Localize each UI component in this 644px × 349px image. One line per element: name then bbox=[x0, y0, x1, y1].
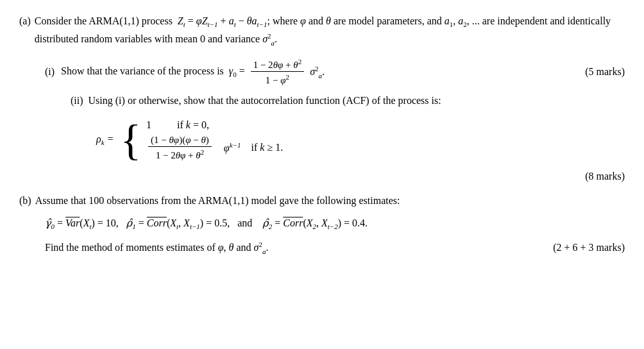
piecewise-lhs: ρk = bbox=[96, 133, 114, 146]
part-a-label: (a) bbox=[19, 13, 31, 30]
case2-numerator: (1 − θφ)(φ − θ) bbox=[148, 135, 212, 147]
marks-ii: (8 marks) bbox=[585, 171, 625, 182]
piecewise-cases: 1 if k = 0, (1 − θφ)(φ − θ) 1 − 2θφ + θ2… bbox=[146, 119, 283, 161]
piecewise-case1: 1 if k = 0, bbox=[146, 119, 283, 131]
part-b-text: Assume that 100 observations from the AR… bbox=[35, 195, 400, 207]
marks-ii-row: (8 marks) bbox=[45, 171, 625, 182]
part-b-header: (b) Assume that 100 observations from th… bbox=[19, 195, 625, 207]
piecewise-container: ρk = { 1 if k = 0, (1 − θφ)(φ − θ) 1 − 2… bbox=[96, 118, 625, 162]
case2-power: φk−1 bbox=[224, 141, 241, 154]
part-b-section: (b) Assume that 100 observations from th… bbox=[19, 195, 625, 255]
variance-denominator: 1 − φ2 bbox=[263, 72, 292, 86]
part-b-label: (b) bbox=[19, 195, 31, 207]
sub-i-row: (i) Show that the variance of the proces… bbox=[45, 58, 625, 86]
page: (a) Consider the ARMA(1,1) process Zt = … bbox=[19, 13, 625, 255]
marks-b: (2 + 6 + 3 marks) bbox=[553, 242, 625, 253]
case2-fraction: (1 − θφ)(φ − θ) 1 − 2θφ + θ2 bbox=[148, 135, 212, 161]
sub-ii-label-row: (ii) Using (i) or otherwise, show that t… bbox=[71, 92, 625, 109]
part-a-section: (a) Consider the ARMA(1,1) process Zt = … bbox=[19, 13, 625, 182]
sub-i-formula-line: (i) Show that the variance of the proces… bbox=[45, 58, 585, 86]
case2-denominator: 1 − 2θφ + θ2 bbox=[153, 147, 207, 161]
sub-i-text: Show that the variance of the process is… bbox=[58, 65, 245, 78]
marks-i: (5 marks) bbox=[585, 66, 625, 78]
part-a-header: (a) Consider the ARMA(1,1) process Zt = … bbox=[19, 13, 625, 49]
case2-condition: if k ≥ 1. bbox=[251, 142, 284, 153]
estimates-line: γ̂0 = Var(Xt) = 10, ρ̂1 = Corr(Xt, Xt−1)… bbox=[45, 217, 368, 228]
case1-condition: if k = 0, bbox=[177, 119, 209, 131]
find-text: Find the method of moments estimates of … bbox=[45, 241, 268, 255]
sub-ii-text: Using (i) or otherwise, show that the au… bbox=[89, 95, 441, 106]
estimates-row: γ̂0 = Var(Xt) = 10, ρ̂1 = Corr(Xt, Xt−1)… bbox=[45, 213, 625, 234]
case1-formula: 1 bbox=[146, 119, 151, 131]
sub-ii-label: (ii) bbox=[71, 95, 83, 106]
find-row: Find the method of moments estimates of … bbox=[45, 241, 625, 255]
sub-ii-section: (ii) Using (i) or otherwise, show that t… bbox=[45, 92, 625, 182]
variance-numerator: 1 − 2θφ + θ2 bbox=[251, 58, 304, 72]
variance-fraction: 1 − 2θφ + θ2 1 − φ2 bbox=[251, 58, 304, 86]
variance-sigma: σ2a. bbox=[310, 65, 325, 80]
piecewise-case2: (1 − θφ)(φ − θ) 1 − 2θφ + θ2 φk−1 if k ≥… bbox=[146, 135, 283, 161]
piecewise-brace: { bbox=[120, 118, 141, 162]
sub-i-section: (i) Show that the variance of the proces… bbox=[45, 58, 625, 86]
sub-i-label: (i) bbox=[45, 66, 55, 78]
part-a-text: Consider the ARMA(1,1) process Zt = φZt−… bbox=[35, 13, 625, 49]
